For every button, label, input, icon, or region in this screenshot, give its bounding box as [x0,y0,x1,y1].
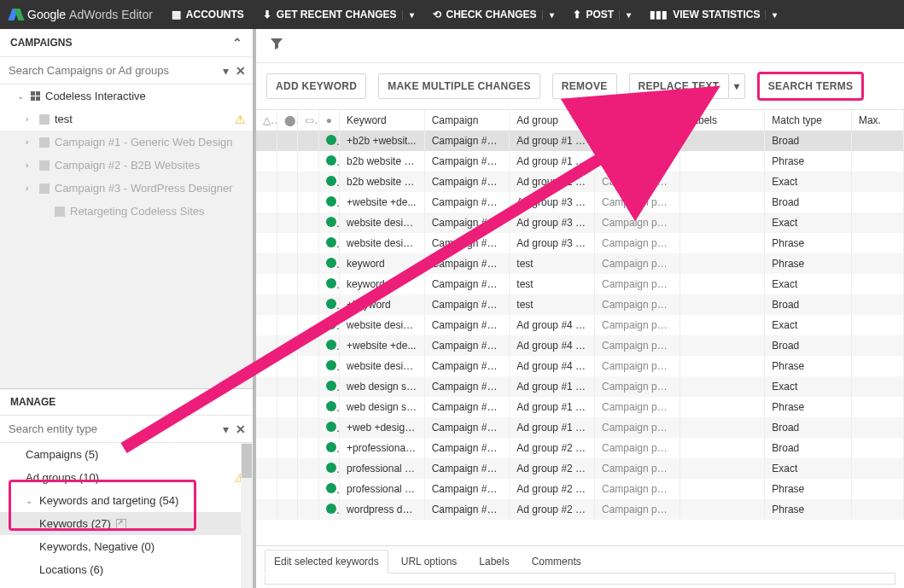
cell-keyword: +web +design... [340,417,425,438]
chevron-down-icon[interactable]: ▾ [619,10,631,20]
cell-adgroup: Ad group #1 -... [510,172,595,192]
chevron-down-icon[interactable]: ▾ [765,10,777,20]
manage-item[interactable]: Locations (6) [0,558,253,581]
table-row[interactable]: +professional ...Campaign #1 ...Ad group… [256,438,904,458]
cell-labels [679,376,765,397]
table-row[interactable]: +b2b +websit...Campaign #2 ...Ad group #… [256,131,904,151]
col-change-indicator[interactable]: △ [256,110,277,131]
manage-search-input[interactable] [7,419,216,439]
make-multiple-changes-button[interactable]: MAKE MULTIPLE CHANGES [378,73,539,99]
tree-item[interactable]: ›test⚠ [0,108,253,131]
replace-text-button[interactable]: REPLACE TEXT [629,73,729,99]
table-row[interactable]: web design se...Campaign #1 ...Ad group … [256,376,904,397]
tree-item[interactable]: ›Campaign #2 - B2B Websites [0,154,253,177]
cell-change [256,233,277,253]
clear-icon[interactable]: ✕ [236,422,246,436]
table-row[interactable]: website desig...Campaign #1 ...Ad group … [256,233,904,253]
cell-error [277,253,297,274]
col-status[interactable]: Status [594,110,679,131]
chevron-down-icon[interactable]: ▾ [542,10,554,20]
campaign-icon [39,183,50,194]
tab-comments[interactable]: Comments [522,550,591,573]
cell-error [277,376,297,397]
col-keyword[interactable]: Keyword [340,110,425,131]
col-status-dot[interactable]: ● [318,110,339,131]
filter-icon[interactable]: ▾ [223,64,229,78]
tree-item[interactable]: ›Campaign #1 - Generic Web Design [0,131,253,154]
post-button[interactable]: ⬆ POST ▾ [573,9,632,20]
table-row[interactable]: +website +de...Campaign #1 ...Ad group #… [256,192,904,212]
col-labels[interactable]: Labels [679,110,765,131]
tab-labels[interactable]: Labels [469,550,518,573]
cell-status: Campaign pau... [594,479,679,499]
replace-text-dropdown[interactable]: ▾ [729,73,745,99]
cell-comment [298,458,318,479]
check-changes-label: CHECK CHANGES [446,9,537,20]
chevron-down-icon[interactable]: ▾ [402,10,414,20]
manage-item[interactable]: Keywords (27) [0,512,253,535]
table-row[interactable]: +website +de...Campaign #1 ...Ad group #… [256,335,904,356]
manage-panel-header[interactable]: MANAGE [0,389,253,416]
cell-error [277,172,297,192]
campaigns-search-input[interactable] [7,61,216,80]
cell-keyword: +b2b +websit... [340,131,425,151]
tab-edit-keywords[interactable]: Edit selected keywords [265,550,388,573]
campaign-icon [39,114,50,125]
col-max[interactable]: Max. [851,110,903,131]
manage-item[interactable]: ⌄Keywords and targeting (54) [0,489,253,512]
cell-match: Phrase [765,233,852,253]
cell-status-dot [318,356,339,376]
table-row[interactable]: b2b website d...Campaign #2 ...Ad group … [256,172,904,192]
scrollbar-thumb[interactable] [242,444,252,478]
col-campaign[interactable]: Campaign [424,110,510,131]
tree-item[interactable]: Retargeting Codeless Sites [0,200,253,223]
manage-item-label: Keywords (27) [39,517,111,530]
table-row[interactable]: wordpress des...Campaign #3 ...Ad group … [256,499,904,520]
col-error-icon[interactable]: ⬤ [277,110,297,131]
manage-item[interactable]: Campaigns (5) [0,443,253,466]
cell-comment [298,335,318,356]
tree-item[interactable]: ›Campaign #3 - WordPress Designer [0,177,253,200]
chevron-right-icon: › [26,183,34,193]
cell-labels [679,131,765,151]
table-row[interactable]: keywordCampaign #1 ...testCampaign pau..… [256,274,904,294]
funnel-icon[interactable] [270,37,283,55]
accounts-button[interactable]: ▦ ACCOUNTS [172,9,244,20]
manage-item[interactable]: Ad groups (10)⚠ [0,466,253,489]
table-row[interactable]: professional w...Campaign #1 ...Ad group… [256,479,904,499]
cell-adgroup: Ad group #1 -... [510,417,595,438]
table-row[interactable]: keywordCampaign #1 ...testCampaign pau..… [256,253,904,274]
get-changes-button[interactable]: ⬇ GET RECENT CHANGES ▾ [263,9,414,20]
add-keyword-button[interactable]: ADD KEYWORD [266,73,366,99]
manage-item[interactable]: Locations, Negative (0) [0,581,253,588]
clear-icon[interactable]: ✕ [236,64,246,78]
table-row[interactable]: professional w...Campaign #1 ...Ad group… [256,458,904,479]
cell-adgroup: Ad group #3 -... [510,192,595,212]
table-row[interactable]: web design se...Campaign #1 ...Ad group … [256,397,904,417]
table-row[interactable]: b2b website d...Campaign #2 ...Ad group … [256,151,904,172]
table-row[interactable]: +keywordCampaign #1 ...testCampaign pau.… [256,294,904,315]
manage-item[interactable]: Keywords, Negative (0) [0,535,253,558]
collapse-icon[interactable]: ⌃ [232,36,242,49]
filter-icon[interactable]: ▾ [223,422,229,436]
table-row[interactable]: website desig...Campaign #1 ...Ad group … [256,212,904,233]
cell-campaign: Campaign #1 ... [424,356,510,376]
campaigns-search-row: ▾ ✕ [0,57,253,84]
tab-url-options[interactable]: URL options [392,550,467,573]
search-terms-button[interactable]: SEARCH TERMS [757,72,865,101]
col-comment-icon[interactable]: ▭ [298,110,318,131]
tree-item[interactable]: ⌄Codeless Interactive [0,84,253,108]
check-changes-button[interactable]: ⟲ CHECK CHANGES ▾ [433,9,554,20]
view-stats-button[interactable]: ▮▮▮ VIEW STATISTICS ▾ [650,9,777,20]
cell-max [851,438,903,458]
table-row[interactable]: website desig...Campaign #1 ...Ad group … [256,356,904,376]
col-match[interactable]: Match type [765,110,852,131]
keywords-table-wrap[interactable]: △ ⬤ ▭ ● Keyword Campaign Ad group Status… [256,110,904,545]
campaigns-panel-header[interactable]: CAMPAIGNS ⌃ [0,29,253,57]
col-adgroup[interactable]: Ad group [510,110,595,131]
scrollbar[interactable] [241,443,253,588]
remove-button[interactable]: REMOVE [552,73,617,99]
cell-status: Campaign pau... [594,294,679,315]
table-row[interactable]: +web +design...Campaign #1 ...Ad group #… [256,417,904,438]
table-row[interactable]: website desig...Campaign #1 ...Ad group … [256,315,904,335]
